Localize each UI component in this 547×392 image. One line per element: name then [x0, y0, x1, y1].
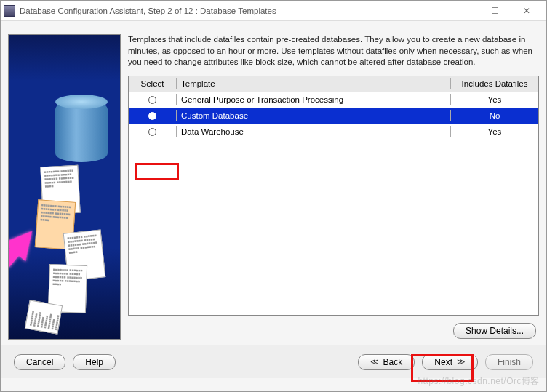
next-label: Next: [434, 357, 452, 367]
help-button[interactable]: Help: [73, 354, 116, 370]
maximize-button[interactable]: ☐: [485, 4, 504, 18]
finish-button: Finish: [485, 354, 533, 370]
description-text: Templates that include datafiles contain…: [128, 34, 539, 76]
radio-icon[interactable]: [148, 128, 156, 136]
database-cylinder-icon: [55, 100, 108, 162]
main-panel: Templates that include datafiles contain…: [128, 34, 539, 342]
templates-table: Select Template Includes Datafiles Gener…: [128, 76, 539, 316]
show-details-button[interactable]: Show Details...: [453, 323, 536, 339]
radio-icon[interactable]: [148, 112, 156, 120]
content-area: Templates that include datafiles contain…: [1, 21, 546, 345]
includes-value: No: [451, 110, 538, 121]
col-header-select: Select: [129, 78, 177, 89]
back-label: Back: [383, 357, 403, 367]
template-name: General Purpose or Transaction Processin…: [177, 94, 451, 105]
template-name: Data Warehouse: [177, 126, 451, 137]
table-body: General Purpose or Transaction Processin…: [129, 92, 538, 315]
col-header-includes: Includes Datafiles: [451, 78, 538, 89]
details-row: Show Details...: [128, 316, 539, 342]
close-button[interactable]: ✕: [517, 4, 536, 18]
window-title: Database Configuration Assistant, Step 2…: [20, 7, 453, 15]
window-controls: — ☐ ✕: [453, 4, 543, 18]
template-name: Custom Database: [177, 110, 451, 121]
radio-icon[interactable]: [148, 96, 156, 104]
chevron-left-icon: ≪: [370, 357, 379, 367]
titlebar: Database Configuration Assistant, Step 2…: [1, 1, 546, 21]
wizard-footer: Cancel Help ≪ Back Next ≫ Finish: [1, 345, 546, 378]
chevron-right-icon: ≫: [457, 357, 466, 367]
minimize-button[interactable]: —: [453, 4, 472, 18]
app-icon: [4, 5, 15, 17]
includes-value: Yes: [451, 94, 538, 105]
includes-value: Yes: [451, 126, 538, 137]
table-row[interactable]: General Purpose or Transaction Processin…: [129, 92, 538, 108]
table-row[interactable]: Data Warehouse Yes: [129, 124, 538, 140]
back-button[interactable]: ≪ Back: [358, 354, 415, 370]
next-button[interactable]: Next ≫: [422, 354, 478, 370]
cancel-button[interactable]: Cancel: [14, 354, 65, 370]
paper-icon: [25, 300, 63, 334]
table-row[interactable]: Custom Database No: [129, 108, 538, 124]
wizard-side-image: [8, 34, 121, 340]
table-header: Select Template Includes Datafiles: [129, 76, 538, 92]
col-header-template: Template: [177, 78, 451, 89]
